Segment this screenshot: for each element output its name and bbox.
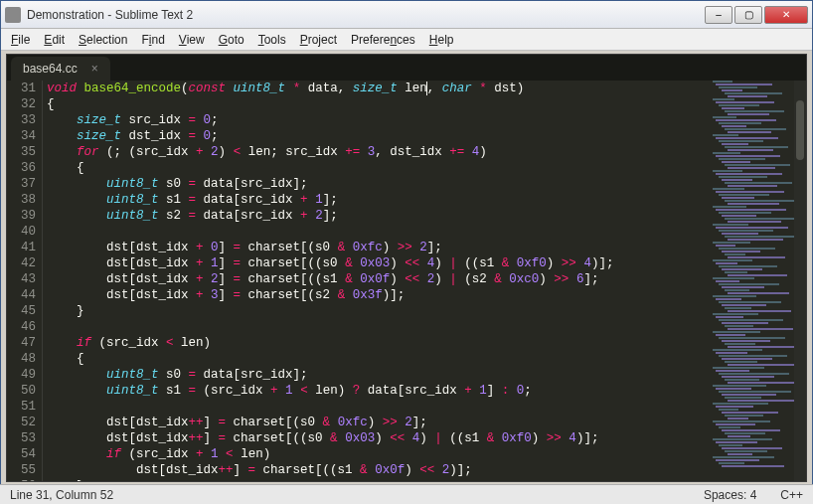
line-number: 45 <box>7 303 36 319</box>
line-number: 50 <box>7 383 36 399</box>
close-icon[interactable]: × <box>91 62 98 76</box>
code-line[interactable] <box>47 399 713 415</box>
menu-file[interactable]: File <box>5 31 36 49</box>
line-number: 48 <box>7 351 36 367</box>
indent-setting[interactable]: Spaces: 4 <box>704 488 756 502</box>
line-number: 32 <box>7 96 36 112</box>
maximize-button[interactable]: ▢ <box>734 6 762 24</box>
code-line[interactable]: if (src_idx + 1 < len) <box>47 446 713 462</box>
menubar: FileEditSelectionFindViewGotoToolsProjec… <box>1 29 812 51</box>
menu-preferences[interactable]: Preferences <box>345 31 421 49</box>
line-number: 31 <box>7 81 36 96</box>
code-line[interactable]: uint8_t s0 = data[src_idx]; <box>47 176 713 192</box>
tab-label: base64.cc <box>23 62 78 76</box>
syntax-setting[interactable]: C++ <box>780 488 803 502</box>
menu-view[interactable]: View <box>173 31 211 49</box>
code-line[interactable]: uint8_t s1 = data[src_idx + 1]; <box>47 192 713 208</box>
code-line[interactable]: dst[dst_idx + 3] = charset[(s2 & 0x3f)]; <box>47 287 713 303</box>
menu-tools[interactable]: Tools <box>252 31 292 49</box>
code-line[interactable]: { <box>47 351 713 367</box>
titlebar[interactable]: Demonstration - Sublime Text 2 – ▢ ✕ <box>1 1 812 29</box>
line-number: 47 <box>7 335 36 351</box>
menu-edit[interactable]: Edit <box>38 31 71 49</box>
window-title: Demonstration - Sublime Text 2 <box>27 8 705 22</box>
line-number: 33 <box>7 112 36 128</box>
line-number: 40 <box>7 224 36 240</box>
code-line[interactable]: if (src_idx < len) <box>47 335 713 351</box>
line-number: 41 <box>7 240 36 255</box>
code-line[interactable]: dst[dst_idx++] = charset[(s0 & 0xfc) >> … <box>47 415 713 430</box>
code-content[interactable]: void base64_encode(const uint8_t * data,… <box>43 81 713 481</box>
line-number: 44 <box>7 287 36 303</box>
code-line[interactable]: for (; (src_idx + 2) < len; src_idx += 3… <box>47 144 713 160</box>
menu-find[interactable]: Find <box>135 31 170 49</box>
menu-help[interactable]: Help <box>423 31 460 49</box>
code-line[interactable]: { <box>47 160 713 176</box>
line-number: 46 <box>7 319 36 335</box>
code-line[interactable]: { <box>47 96 713 112</box>
code-line[interactable]: } <box>47 478 713 481</box>
menu-goto[interactable]: Goto <box>213 31 250 49</box>
code-line[interactable]: uint8_t s2 = data[src_idx + 2]; <box>47 208 713 224</box>
vertical-scrollbar[interactable] <box>794 81 806 481</box>
code-line[interactable]: } <box>47 303 713 319</box>
line-number: 42 <box>7 255 36 271</box>
line-number: 54 <box>7 446 36 462</box>
line-number: 53 <box>7 430 36 446</box>
line-number: 37 <box>7 176 36 192</box>
scroll-thumb[interactable] <box>796 100 804 160</box>
line-number: 39 <box>7 208 36 224</box>
minimize-button[interactable]: – <box>705 6 732 24</box>
code-line[interactable] <box>47 319 713 335</box>
cursor-position[interactable]: Line 31, Column 52 <box>10 488 680 502</box>
line-number: 38 <box>7 192 36 208</box>
code-line[interactable] <box>47 224 713 240</box>
line-number: 35 <box>7 144 36 160</box>
statusbar: Line 31, Column 52 Spaces: 4 C++ <box>0 484 813 504</box>
line-number: 36 <box>7 160 36 176</box>
code-line[interactable]: dst[dst_idx + 2] = charset[((s1 & 0x0f) … <box>47 271 713 287</box>
code-editor[interactable]: 3132333435363738394041424344454647484950… <box>7 81 713 481</box>
app-icon <box>5 7 21 23</box>
line-number: 55 <box>7 462 36 478</box>
code-line[interactable]: void base64_encode(const uint8_t * data,… <box>47 81 713 96</box>
line-number: 43 <box>7 271 36 287</box>
tab-base64[interactable]: base64.cc × <box>11 57 110 81</box>
code-line[interactable]: dst[dst_idx + 1] = charset[((s0 & 0x03) … <box>47 255 713 271</box>
line-number: 34 <box>7 128 36 144</box>
code-line[interactable]: size_t dst_idx = 0; <box>47 128 713 144</box>
code-line[interactable]: dst[dst_idx++] = charset[((s0 & 0x03) <<… <box>47 430 713 446</box>
code-line[interactable]: size_t src_idx = 0; <box>47 112 713 128</box>
minimap[interactable] <box>713 81 794 481</box>
menu-selection[interactable]: Selection <box>73 31 133 49</box>
line-number: 52 <box>7 415 36 430</box>
menu-project[interactable]: Project <box>294 31 343 49</box>
code-line[interactable]: dst[dst_idx++] = charset[((s1 & 0x0f) <<… <box>47 462 713 478</box>
editor-area: base64.cc × 3132333435363738394041424344… <box>6 54 807 482</box>
line-number: 51 <box>7 399 36 415</box>
code-line[interactable]: uint8_t s0 = data[src_idx]; <box>47 367 713 383</box>
line-number: 56 <box>7 478 36 481</box>
close-button[interactable]: ✕ <box>764 6 808 24</box>
code-line[interactable]: uint8_t s1 = (src_idx + 1 < len) ? data[… <box>47 383 713 399</box>
tabbar: base64.cc × <box>7 55 806 81</box>
line-number-gutter: 3132333435363738394041424344454647484950… <box>7 81 43 481</box>
line-number: 49 <box>7 367 36 383</box>
code-line[interactable]: dst[dst_idx + 0] = charset[(s0 & 0xfc) >… <box>47 240 713 255</box>
